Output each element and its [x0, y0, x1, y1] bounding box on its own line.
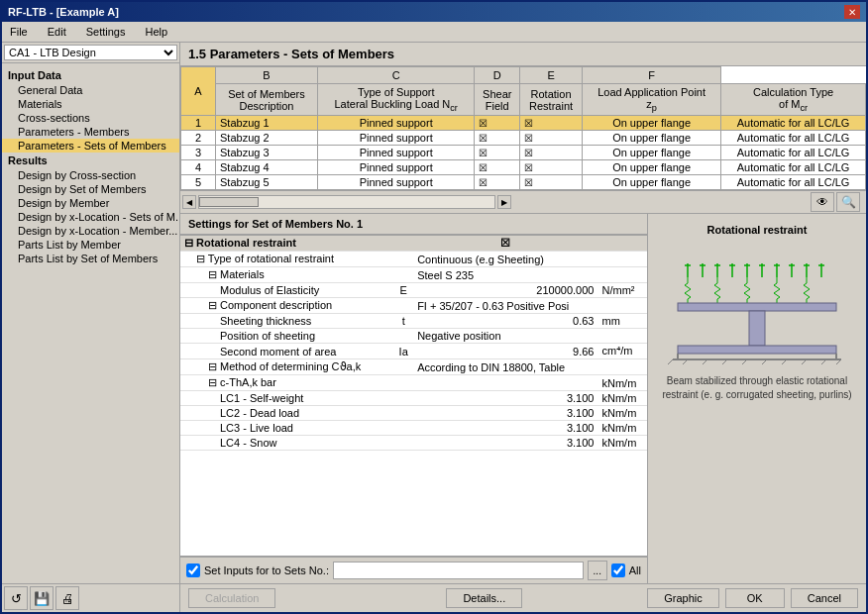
all-checkbox[interactable] — [611, 563, 625, 577]
expand-icon[interactable]: ⊟ — [208, 376, 217, 388]
set-inputs-checkbox[interactable] — [186, 563, 200, 577]
table-row[interactable]: 2 Stabzug 2 Pinned support ☒ ☒ On upper … — [181, 131, 866, 146]
cell-desc: Stabzug 2 — [216, 131, 318, 146]
table-row[interactable]: 1 Stabzug 1 Pinned support ☒ ☒ On upper … — [181, 116, 866, 131]
sidebar-item-parts-list-set[interactable]: Parts List by Set of Members — [2, 252, 179, 265]
sidebar-item-design-set-members[interactable]: Design by Set of Members — [2, 182, 179, 196]
col-load-line1: Load Application Point — [587, 86, 716, 98]
col-f-header: F — [583, 67, 721, 84]
info-panel-description: Beam stabilized through elastic rotation… — [658, 374, 856, 402]
method-label: ⊟ Method of determining Cϑa,k — [180, 359, 393, 375]
menu-file[interactable]: File — [6, 24, 32, 40]
cell-shear: ☒ — [475, 146, 520, 160]
settings-table-wrapper[interactable]: ⊟ Rotational restraint ☒ — [180, 235, 647, 557]
sidebar-item-design-x-members[interactable]: Design by x-Location - Member... — [2, 224, 179, 238]
print-button[interactable]: 🖨 — [55, 586, 79, 610]
save-button[interactable]: 💾 — [30, 586, 54, 610]
second-moment-sym: Ia — [393, 344, 413, 359]
lc2-value: 3.100 — [413, 406, 597, 421]
cell-set-no: 2 — [181, 131, 216, 146]
sidebar-item-cross-sections[interactable]: Cross-sections — [2, 111, 179, 125]
cancel-button[interactable]: Cancel — [791, 588, 858, 608]
sidebar-item-parameters-sets[interactable]: Parameters - Sets of Members — [2, 139, 179, 153]
type-restraint-value: Continuous (e.g Sheeting) — [413, 252, 597, 267]
ctha-bar-value — [413, 375, 597, 391]
sidebar-dropdown[interactable]: CA1 - LTB Design — [2, 43, 179, 63]
lc3-value: 3.100 — [413, 421, 597, 436]
section-title: 1.5 Parameters - Sets of Members — [180, 43, 866, 66]
col-c-subheader: Type of Support Lateral Buckling Load Nc… — [317, 84, 475, 116]
cell-calc: Automatic for all LC/LG — [721, 146, 866, 160]
type-restraint-sym — [393, 252, 413, 267]
settings-table: ⊟ Rotational restraint ☒ — [180, 235, 647, 451]
menu-settings[interactable]: Settings — [82, 24, 130, 40]
menu-help[interactable]: Help — [141, 24, 171, 40]
sidebar-item-design-member[interactable]: Design by Member — [2, 196, 179, 210]
col-b-header: B — [216, 67, 318, 84]
sets-no-input[interactable] — [333, 562, 584, 579]
sidebar-item-materials[interactable]: Materials — [2, 97, 179, 111]
scroll-left-button[interactable]: ◀ — [182, 195, 196, 209]
cell-set-no: 4 — [181, 160, 216, 175]
lc4-label: LC4 - Snow — [180, 436, 393, 451]
table-row[interactable]: 4 Stabzug 4 Pinned support ☒ ☒ On upper … — [181, 160, 866, 175]
lc4-sym — [393, 436, 413, 451]
expand-icon[interactable]: ⊟ — [208, 360, 217, 372]
sheeting-position-sym — [393, 329, 413, 344]
menu-edit[interactable]: Edit — [44, 24, 70, 40]
expand-icon[interactable]: ⊟ — [208, 268, 217, 280]
materials-label: ⊟ Materials — [180, 267, 393, 283]
sheeting-position-value: Negative position — [413, 329, 597, 344]
scroll-right-button[interactable]: ▶ — [497, 195, 511, 209]
sidebar-item-parts-list-member[interactable]: Parts List by Member — [2, 238, 179, 252]
details-button[interactable]: Details... — [446, 588, 522, 608]
col-load-subheader: Load Application Point zp — [583, 84, 721, 116]
sidebar-item-design-cross-section[interactable]: Design by Cross-section — [2, 168, 179, 182]
cell-rotation: ☒ — [520, 160, 583, 175]
rotational-restraint-checkbox[interactable]: ☒ — [413, 236, 597, 252]
expand-icon[interactable]: ⊟ — [184, 237, 193, 249]
modulus-label: Modulus of Elasticity — [180, 283, 393, 298]
settings-footer: Set Inputs for to Sets No.: ... All — [180, 557, 647, 583]
component-sym — [393, 298, 413, 314]
table-row[interactable]: 5 Stabzug 5 Pinned support ☒ ☒ On upper … — [181, 175, 866, 190]
svg-rect-20 — [678, 303, 836, 311]
settings-title: Settings for Set of Members No. 1 — [180, 214, 647, 235]
view-button-1[interactable]: 👁 — [811, 192, 834, 212]
settings-row: Position of sheeting Negative position — [180, 329, 647, 344]
component-unit — [597, 298, 647, 314]
sets-browse-button[interactable]: ... — [588, 561, 607, 580]
close-button[interactable]: ✕ — [844, 5, 860, 19]
design-case-select[interactable]: CA1 - LTB Design — [4, 45, 177, 60]
ok-button[interactable]: OK — [725, 588, 785, 608]
cell-set-no: 5 — [181, 175, 216, 190]
sidebar-item-general-data[interactable]: General Data — [2, 83, 179, 97]
settings-row: ⊟ c-ThA,k bar kNm/m — [180, 375, 647, 391]
sidebar-item-parameters-members[interactable]: Parameters - Members — [2, 125, 179, 139]
cell-rotation: ☒ — [520, 146, 583, 160]
modulus-unit: N/mm² — [597, 283, 647, 298]
rotational-restraint-unit — [597, 236, 647, 252]
expand-icon[interactable]: ⊟ — [196, 253, 205, 264]
cell-shear: ☒ — [475, 175, 520, 190]
horizontal-scrollbar[interactable] — [198, 195, 495, 209]
table-row[interactable]: 3 Stabzug 3 Pinned support ☒ ☒ On upper … — [181, 146, 866, 160]
type-restraint-label: ⊟ Type of rotational restraint — [180, 252, 393, 267]
calculation-button[interactable]: Calculation — [188, 588, 275, 608]
view-button-2[interactable]: 🔍 — [836, 192, 860, 212]
settings-row: LC3 - Live load 3.100 kNm/m — [180, 421, 647, 436]
col-b-subheader: Set of Members Description — [216, 84, 318, 116]
sidebar-item-design-x-sets[interactable]: Design by x-Location - Sets of M... — [2, 210, 179, 224]
menu-bar: File Edit Settings Help — [2, 22, 866, 43]
bottom-bar: Calculation Details... Graphic OK Cancel — [180, 583, 866, 612]
lc2-unit: kNm/m — [597, 406, 647, 421]
cell-shear: ☒ — [475, 116, 520, 131]
cell-desc: Stabzug 1 — [216, 116, 318, 131]
col-d-line2: Field — [479, 100, 515, 112]
sheeting-thickness-label: Sheeting thickness — [180, 314, 393, 329]
graphic-button[interactable]: Graphic — [647, 588, 719, 608]
scrollbar-thumb[interactable] — [199, 197, 259, 207]
expand-icon[interactable]: ⊟ — [208, 299, 217, 311]
modulus-value: 210000.000 — [413, 283, 597, 298]
reset-button[interactable]: ↺ — [4, 586, 28, 610]
